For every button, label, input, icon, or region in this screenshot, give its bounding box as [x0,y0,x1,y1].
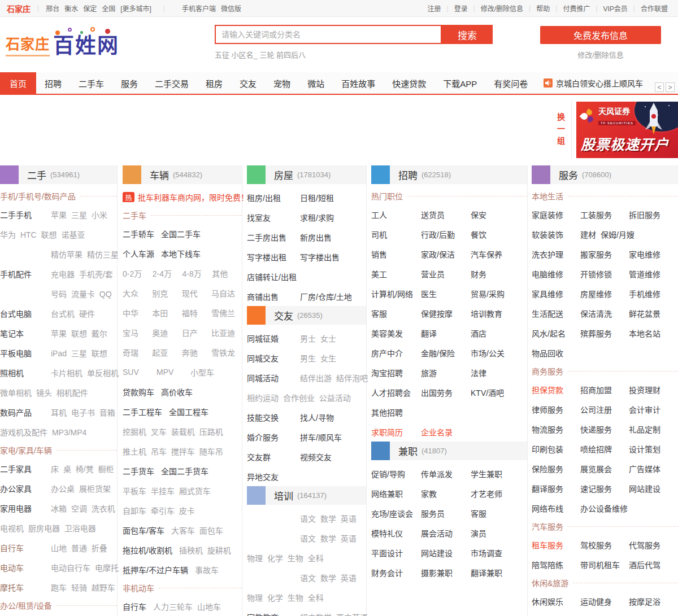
category-link[interactable]: 二手轿车 [123,228,154,239]
sub-link[interactable]: 雪佛兰 [211,307,235,318]
category-link[interactable]: 服务员 [421,508,471,519]
sub-link[interactable]: 初中数学 高中英语 [300,611,368,616]
sub-link[interactable]: 宝马 [123,327,145,338]
category-link[interactable]: 市场/公关 [471,347,520,359]
category-link[interactable]: 家教教育 [247,611,293,616]
current-city[interactable]: 石家庄 [7,3,31,14]
mobile-client-link[interactable]: 微信版 [221,5,241,13]
category-link[interactable]: 家具维修 [532,288,580,299]
category-link[interactable]: 速记服务 [580,483,629,494]
category-link[interactable]: 培训教育 [471,308,520,319]
category-link[interactable]: 本地名站 [629,327,677,339]
mobile-client-link[interactable]: 手机客户端 [182,5,216,13]
category-link[interactable]: 驾校服务 [580,539,629,551]
category-link[interactable]: 同城征婚 [247,333,293,344]
category-link[interactable]: 抵押车/不过户车辆 [123,564,188,575]
category-link[interactable]: 运动健身 [580,596,629,607]
category-link[interactable]: 交友群 [247,451,293,462]
sub-link[interactable]: 挖掘机 叉车 装载机 压路机 [123,426,223,437]
sub-link[interactable]: 别克 [152,287,175,299]
category-link[interactable]: 家政/保洁 [421,248,471,260]
category-link[interactable]: 本地下线车 [161,248,201,259]
category-link[interactable]: 视频交友 [300,451,332,462]
category-link[interactable]: 淘宝招聘 [371,367,421,378]
sub-link[interactable]: SUV [123,368,150,377]
category-link[interactable]: 市场调查 [471,547,520,558]
category-name[interactable]: 培训 [266,486,293,505]
category-name[interactable]: 二手 [19,165,46,184]
category-link[interactable]: 工装服务 [580,209,629,220]
account-link[interactable]: 付费推广 [563,3,590,13]
category-link[interactable]: 才艺老师 [471,488,520,499]
category-link[interactable]: 照相机 [0,367,44,378]
ticker-prev-button[interactable]: < [655,82,664,92]
category-link[interactable]: 医生 [421,288,471,299]
sub-link[interactable]: 电动自行车 电摩托 [51,562,119,573]
search-button[interactable]: 搜索 [442,25,493,44]
category-link[interactable]: 拆旧服务 [629,209,677,220]
category-link[interactable]: 工人 [371,209,421,220]
sub-link[interactable]: 日产 [182,327,205,338]
category-link[interactable]: 法律 [471,367,520,378]
category-link[interactable]: 传单派发 [421,468,471,479]
category-link[interactable]: 拼车/顺风车 [300,431,342,443]
category-link[interactable]: 家教 [421,488,471,499]
sub-link[interactable]: 语文 数学 英语 [300,532,357,544]
category-link[interactable]: 招商加盟 [580,384,629,395]
nav-tab[interactable]: 百姓故事 [333,72,384,94]
category-link[interactable]: 高价收车 [161,386,193,397]
category-link[interactable]: 全国二手货车 [161,465,208,477]
sub-link[interactable]: 耳机 电子书 音箱 [51,407,115,418]
category-link[interactable]: 律师服务 [532,404,580,415]
nav-tab[interactable]: 租房 [197,72,231,94]
site-logo[interactable]: 石家庄 百姓网 [6,33,119,56]
ticker-next-button[interactable]: > [666,82,675,92]
post-free-ad-button[interactable]: 免费发布信息 [540,26,661,44]
sub-link[interactable]: 山地 普通 折叠 [51,542,107,553]
category-link[interactable]: 学生兼职 [471,468,520,479]
sub-link[interactable]: 语文 数学 英语 [300,572,357,583]
account-link[interactable]: 帮助 [536,3,550,13]
category-link[interactable]: 客服 [371,308,421,319]
hot-link[interactable]: 求职简历 [371,426,421,438]
sub-link[interactable]: 0-2万 [123,268,146,279]
sub-link[interactable]: iPad 三星 联想 [51,347,107,359]
category-link[interactable]: 开锁修锁 [580,268,629,279]
category-link[interactable]: 家用电器 [0,503,44,514]
category-link[interactable]: 人才招聘会 [371,387,421,398]
category-link[interactable]: 保洁清洗 [580,308,629,319]
category-link[interactable]: 贷款购车 [123,386,154,397]
sub-link[interactable]: 物理 化学 生物 全科 [247,552,324,563]
nav-tab[interactable]: 宠物 [265,72,299,94]
category-link[interactable]: 拖拉机/收割机 [123,544,172,556]
sub-link[interactable]: 推土机 吊车 搅拌车 随车吊 [123,445,223,457]
category-link[interactable]: 礼品定制 [629,423,677,435]
promo-link[interactable]: 批车利器车商内网，限时免费！ [138,191,249,203]
category-link[interactable]: 保安 [471,209,520,220]
category-link[interactable]: 营业员 [421,268,471,279]
category-link[interactable]: 家电维修 [629,248,677,260]
nav-tab[interactable]: 首页 [0,72,36,94]
category-link[interactable]: 摄影兼职 [421,567,471,578]
category-link[interactable]: 网络布线 [532,503,580,514]
ticker-text[interactable]: 京城白领安心搭上顺风车 [556,77,643,89]
category-link[interactable]: 办公设备维修 [580,503,629,514]
sub-link[interactable]: 现代 [182,287,205,299]
category-link[interactable]: 写字楼出售 [300,251,340,263]
category-link[interactable]: 财务 [471,268,520,279]
sub-link[interactable]: 物理 化学 生物 全科 [247,592,324,603]
category-link[interactable]: 二手货车 [123,465,154,477]
category-link[interactable]: 促销/导购 [371,468,421,479]
category-link[interactable]: 客服 [471,508,520,519]
category-name[interactable]: 服务 [550,165,578,184]
category-link[interactable]: 物品回收 [532,347,580,359]
category-link[interactable]: 行政/后勤 [421,229,471,240]
category-link[interactable]: 保健按摩 [421,308,471,319]
category-link[interactable]: 笔记本 [0,327,44,339]
category-link[interactable]: 同城交友 [247,352,293,364]
refresh-ads-button[interactable]: 换一组 [555,113,566,148]
category-link[interactable]: 展会活动 [421,527,471,539]
sub-link[interactable]: 电视机 厨房电器 卫浴电器 [0,522,96,534]
category-link[interactable]: 自行车 [123,601,146,612]
hot-link[interactable]: 企业名录 [421,426,471,438]
